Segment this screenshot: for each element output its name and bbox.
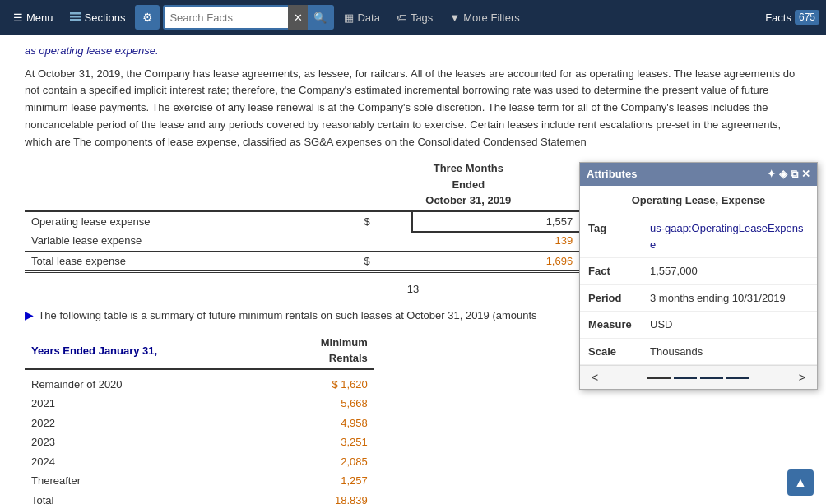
future-cell-val: 2,085 (269, 452, 374, 472)
table-header-label (25, 159, 357, 211)
search-go-button[interactable]: 🔍 (308, 5, 332, 30)
search-icon: 🔍 (313, 12, 327, 24)
data-table-icon: ▦ (344, 12, 354, 24)
future-cell-label: 2023 (25, 432, 269, 452)
table-header-col1: Three Months Ended October 31, 2019 (357, 159, 579, 211)
more-filters-nav-item[interactable]: ▼ More Filters (443, 8, 527, 27)
svg-rect-1 (70, 16, 81, 18)
hamburger-icon: ☰ (13, 12, 23, 24)
nav-line-2 (674, 377, 697, 379)
table-cell-label: Operating lease expense (25, 211, 357, 232)
pin-icon[interactable]: ✦ (767, 166, 776, 183)
table-cell-val1[interactable]: 1,557 (413, 211, 580, 232)
navbar: ☰ Menu Sections ⚙ ✕ 🔍 ▦ Data 🏷 Tags ▼ (0, 0, 826, 35)
close-icon[interactable]: ✕ (801, 166, 810, 183)
future-cell-val: 3,251 (269, 432, 374, 452)
attributes-panel: Attributes ✦ ◈ ⧉ ✕ Operating Lease, Expe… (579, 162, 818, 390)
future-table-row: Thereafter1,257 (25, 471, 374, 491)
attribute-value: us-gaap:OperatingLeaseExpense (650, 220, 809, 252)
future-table-row: Remainder of 2020$ 1,620 (25, 369, 374, 395)
attribute-row: ScaleThousands (580, 339, 817, 366)
table-cell-val1: 1,696 (413, 251, 580, 272)
filter-icon: ▼ (449, 12, 460, 24)
attributes-footer: < > (580, 365, 817, 389)
attributes-body: Operating Lease, Expense Tagus-gaap:Oper… (580, 186, 817, 366)
future-cell-val: $ 1,620 (269, 369, 374, 395)
main-content: as operating lease expense. At October 3… (0, 35, 826, 504)
future-rentals-table: Years Ended January 31, Minimum Rentals … (25, 333, 374, 504)
attributes-header: Attributes ✦ ◈ ⧉ ✕ (580, 163, 817, 186)
data-nav-item[interactable]: ▦ Data (337, 8, 386, 27)
future-table-row: 20215,668 (25, 394, 374, 414)
tags-icon: 🏷 (397, 12, 407, 24)
table-cell-label: Total lease expense (25, 251, 357, 272)
search-input[interactable] (165, 12, 288, 24)
table-cell-val1: 139 (413, 231, 580, 251)
nav-line-4 (726, 377, 749, 379)
expand-icon[interactable]: ⧉ (791, 166, 798, 183)
facts-label: Facts (765, 12, 791, 24)
sections-button[interactable]: Sections (63, 7, 132, 28)
future-cell-label: Total (25, 491, 269, 504)
attributes-prev-button[interactable]: < (587, 369, 603, 386)
attribute-row: Tagus-gaap:OperatingLeaseExpense (580, 215, 817, 258)
scroll-top-button[interactable]: ▲ (787, 469, 814, 496)
future-table-row: Total18,839 (25, 491, 374, 504)
search-box: ✕ 🔍 (163, 5, 334, 30)
attribute-row: Period3 months ending 10/31/2019 (580, 285, 817, 312)
attributes-header-icons: ✦ ◈ ⧉ ✕ (767, 166, 810, 183)
future-table-row: 20242,085 (25, 452, 374, 472)
attributes-rows: Tagus-gaap:OperatingLeaseExpenseFact1,55… (580, 215, 817, 365)
search-clear-button[interactable]: ✕ (288, 5, 308, 30)
truncated-text: as operating lease expense. (25, 43, 801, 59)
menu-label: Menu (26, 12, 53, 24)
future-cell-label: 2022 (25, 414, 269, 433)
copy-icon[interactable]: ◈ (779, 166, 787, 183)
attribute-value: 3 months ending 10/31/2019 (650, 290, 786, 307)
data-label: Data (357, 12, 379, 24)
menu-button[interactable]: ☰ Menu (7, 8, 60, 27)
facts-count: 675 (795, 10, 819, 25)
attributes-section-title: Operating Lease, Expense (580, 186, 817, 216)
table-cell-dollar1: $ (357, 211, 412, 232)
nav-line-1 (647, 377, 671, 379)
attributes-next-button[interactable]: > (794, 369, 810, 386)
attribute-value: 1,557,000 (650, 263, 698, 280)
future-cell-val: 4,958 (269, 414, 374, 433)
svg-rect-2 (70, 19, 81, 21)
attribute-row: MeasureUSD (580, 312, 817, 339)
attribute-key: Measure (588, 317, 642, 333)
clear-icon: ✕ (294, 12, 303, 24)
tags-label: Tags (411, 12, 433, 24)
future-cell-label: 2021 (25, 394, 269, 414)
sections-stack-icon (70, 11, 81, 25)
attribute-value: Thousands (650, 344, 703, 360)
tags-nav-item[interactable]: 🏷 Tags (390, 8, 439, 27)
table-cell-label: Variable lease expense (25, 231, 357, 251)
gear-icon: ⚙ (142, 11, 153, 24)
attribute-value: USD (650, 317, 672, 333)
future-cell-label: Thereafter (25, 471, 269, 491)
gear-button[interactable]: ⚙ (135, 5, 160, 30)
future-cell-val: 1,257 (269, 471, 374, 491)
paragraph-lease: At October 31, 2019, the Company has lea… (25, 66, 801, 151)
attribute-row: Fact1,557,000 (580, 258, 817, 285)
attribute-key: Scale (588, 344, 642, 360)
sections-label: Sections (85, 12, 126, 24)
attribute-key: Tag (588, 220, 642, 237)
facts-badge: Facts 675 (765, 10, 819, 25)
future-cell-val: 18,839 (269, 491, 374, 504)
future-table-label-header: Years Ended January 31, (25, 333, 269, 369)
future-cell-label: Remainder of 2020 (25, 369, 269, 395)
future-table-val-header: Minimum Rentals (269, 333, 374, 369)
attribute-key: Fact (588, 263, 642, 280)
future-cell-label: 2024 (25, 452, 269, 472)
svg-rect-0 (70, 12, 81, 15)
arrow-icon: ▶ (25, 308, 34, 321)
document-area[interactable]: as operating lease expense. At October 3… (0, 35, 826, 504)
future-table-row: 20233,251 (25, 432, 374, 452)
attributes-title: Attributes (587, 166, 637, 183)
attribute-key: Period (588, 290, 642, 307)
table-cell-dollar1: $ (357, 251, 412, 272)
table-cell-dollar1 (357, 231, 412, 251)
